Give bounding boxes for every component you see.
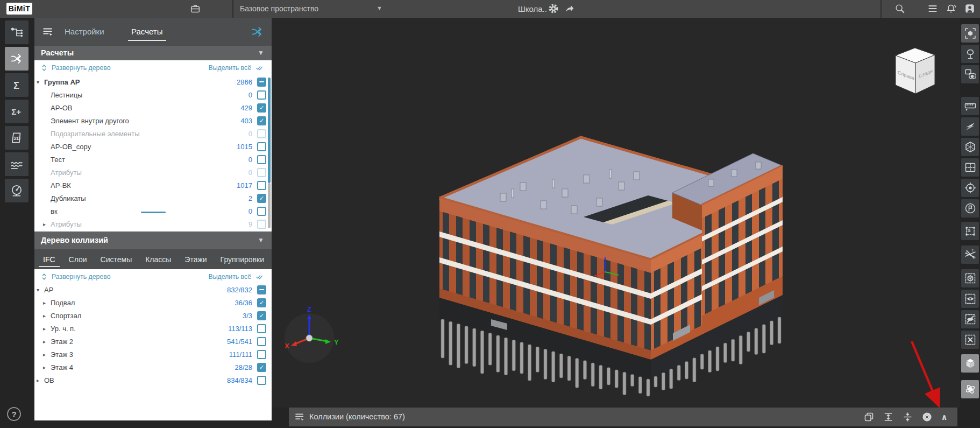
tree-expand-arrow[interactable]: ▸ [43, 300, 51, 306]
intersections-button[interactable]: 12 [961, 245, 979, 264]
panel-menu-icon[interactable] [42, 26, 54, 38]
tree-checkbox[interactable] [257, 142, 266, 151]
tree-expand-arrow[interactable]: ▸ [37, 377, 44, 383]
collapse-rows-icon[interactable] [902, 411, 913, 423]
collision-tab-классы[interactable]: Классы [144, 250, 172, 269]
settings-gear-icon[interactable] [921, 411, 933, 423]
tree-row[interactable]: АР-ВК1017 [34, 179, 272, 192]
tree-row[interactable]: ▸Атрибуты9 [34, 217, 272, 229]
tree-checkbox[interactable] [257, 155, 266, 164]
tree-row[interactable]: ▾АР832/832 [34, 283, 272, 296]
account-icon[interactable] [964, 3, 976, 15]
tree-row[interactable]: АР-ОВ429 [34, 101, 272, 114]
tree-row[interactable]: вк0 [34, 205, 272, 217]
expand-tree-link[interactable]: Развернуть дерево [40, 269, 111, 284]
tree-expand-arrow[interactable]: ▸ [43, 313, 51, 319]
collision-tab-системы[interactable]: Системы [100, 250, 133, 269]
tree-checkbox[interactable] [257, 220, 266, 229]
collision-tab-группировки[interactable]: Группировки [219, 250, 265, 269]
tree-row[interactable]: ▸Этаж 3111/111 [34, 348, 272, 361]
tree-checkbox[interactable] [257, 350, 266, 359]
collision-section-header[interactable]: Дерево коллизий ▼ [34, 231, 272, 249]
collapse-caret-icon[interactable]: ▼ [258, 231, 264, 249]
help-button[interactable]: ? [7, 407, 21, 421]
bimit-logo[interactable]: BiMiT [6, 3, 32, 15]
tree-checkbox[interactable] [257, 363, 266, 372]
tree-row[interactable]: Дубликаты2 [34, 192, 272, 205]
hide-selection-button[interactable] [961, 310, 979, 328]
select-all-link[interactable]: Выделить всё [208, 60, 265, 75]
tree-checkbox[interactable] [257, 129, 266, 138]
charts-button[interactable] [5, 152, 29, 176]
briefcase-icon[interactable] [189, 3, 201, 15]
selection-set-button[interactable]: S [961, 222, 979, 240]
search-icon[interactable] [894, 3, 906, 15]
tree-row[interactable]: Тест0 [34, 153, 272, 166]
dashboard-button[interactable] [5, 179, 29, 202]
tree-checkbox[interactable] [257, 194, 266, 203]
model-structure-button[interactable] [5, 20, 29, 44]
collision-tab-ifc[interactable]: IFC [42, 250, 56, 269]
tree-checkbox[interactable] [257, 181, 266, 190]
tree-expand-arrow[interactable]: ▸ [43, 352, 51, 357]
flag-marker-button[interactable] [961, 199, 979, 217]
show-selection-button[interactable] [961, 290, 979, 308]
tree-row[interactable]: ▸Этаж 428/28 [34, 361, 272, 374]
panel-split-handle[interactable] [141, 212, 166, 213]
workspace-caret-icon[interactable]: ▼ [377, 0, 382, 18]
calc-tree-scrollbar[interactable] [268, 78, 271, 183]
tree-checkbox[interactable] [257, 298, 266, 307]
tab-calculations[interactable]: Расчеты [131, 18, 163, 46]
measure-button[interactable] [961, 97, 979, 115]
section-flash-button[interactable] [961, 117, 979, 136]
expand-tree-link[interactable]: Развернуть дерево [40, 60, 111, 75]
vegetation-button[interactable] [961, 45, 979, 63]
calc-tree-scrollbar-track[interactable] [268, 183, 271, 228]
copy-report-icon[interactable] [863, 411, 875, 423]
tree-checkbox[interactable] [257, 103, 266, 113]
notifications-icon[interactable] [945, 3, 957, 15]
tree-row[interactable]: Атрибуты0 [34, 166, 272, 179]
summary-button[interactable]: Σ [5, 73, 29, 97]
share-icon[interactable] [564, 3, 576, 15]
tree-row[interactable]: ▸Подвал36/36 [34, 296, 272, 309]
tree-expand-arrow[interactable]: ▸ [43, 339, 51, 345]
tree-row[interactable]: ▸Этаж 2541/541 [34, 335, 272, 348]
expand-panel-chevron-icon[interactable]: ∧ [939, 411, 950, 423]
tree-checkbox[interactable] [257, 376, 266, 385]
tree-checkbox[interactable] [257, 90, 266, 100]
panel-menu-icon[interactable] [294, 411, 306, 423]
tree-expand-arrow[interactable]: ▸ [43, 364, 51, 370]
tree-checkbox[interactable] [257, 207, 266, 216]
tree-checkbox[interactable] [257, 168, 266, 177]
tree-checkbox[interactable] [257, 337, 266, 346]
floor-plan-button[interactable] [961, 158, 979, 177]
collision-tab-слои[interactable]: Слои [68, 250, 88, 269]
project-settings-gear-icon[interactable] [548, 3, 559, 15]
tree-checkbox[interactable] [257, 78, 266, 87]
tree-checkbox[interactable] [257, 311, 266, 320]
select-all-link[interactable]: Выделить всё [208, 269, 265, 284]
collisions-module-button[interactable] [5, 47, 29, 71]
summary-add-button[interactable]: Σ+ [5, 100, 29, 123]
view-cube-button[interactable] [961, 354, 979, 373]
orbit-button[interactable] [961, 380, 979, 398]
calc-section-header[interactable]: Расчеты ▼ [34, 46, 272, 60]
collision-tab-этажи[interactable]: Этажи [183, 250, 208, 269]
tree-checkbox[interactable] [257, 116, 266, 125]
3d-viewport[interactable]: Справа Сзади Z Y X [272, 18, 960, 408]
tree-expand-arrow[interactable]: ▸ [43, 221, 51, 227]
axis-gizmo[interactable]: Z Y X [285, 305, 339, 363]
clear-selection-button[interactable] [961, 331, 979, 349]
tree-row[interactable]: ▸Ур. ч. п.113/113 [34, 322, 272, 335]
drawings-2d-button[interactable]: 2D [5, 126, 29, 150]
tree-expand-arrow[interactable]: ▾ [37, 79, 44, 85]
select-elements-button[interactable] [961, 24, 979, 43]
collapse-caret-icon[interactable]: ▼ [258, 46, 264, 60]
section-box-button[interactable] [961, 138, 979, 156]
tree-checkbox[interactable] [257, 324, 266, 333]
tree-row[interactable]: ▸ОВ834/834 [34, 374, 272, 387]
tree-row[interactable]: ▾Группа АР2866 [34, 75, 272, 88]
view-cube[interactable]: Справа Сзади [896, 48, 935, 94]
tree-expand-arrow[interactable]: ▸ [43, 326, 51, 332]
